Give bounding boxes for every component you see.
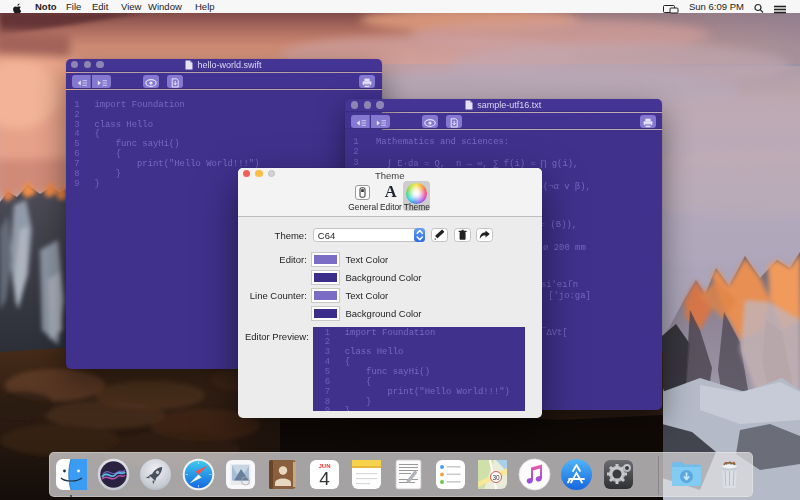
- svg-text:4: 4: [319, 468, 330, 489]
- svg-text:30: 30: [492, 473, 500, 480]
